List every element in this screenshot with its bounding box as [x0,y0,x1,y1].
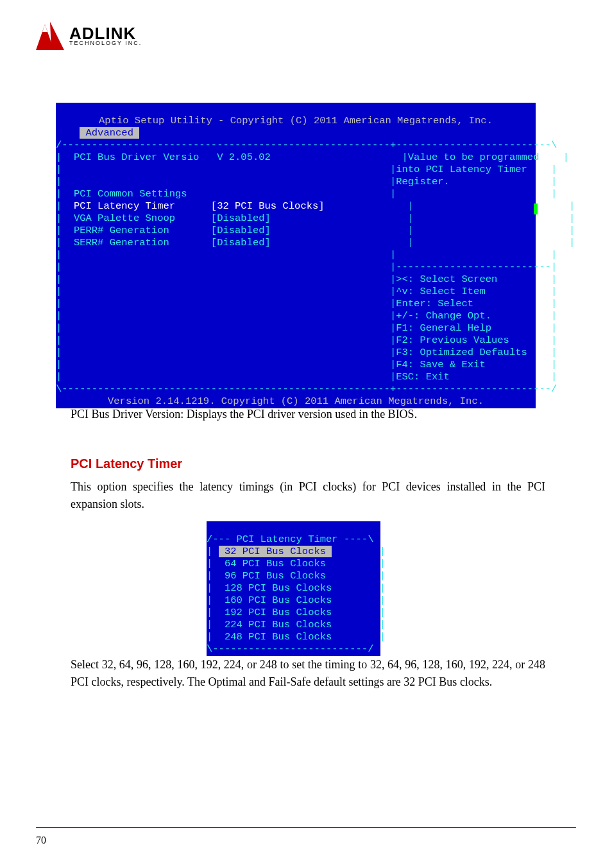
lbl-vga[interactable]: VGA Palette Snoop [74,213,175,224]
page-number: 70 [36,835,46,846]
key-f3: F3: Optimized Defaults [396,347,527,358]
popup-opt-160[interactable]: 160 PCI Bus Clocks [225,595,332,606]
para-latency-desc: This option specifies the latency timing… [71,478,545,513]
popup-bot: -------------------------- [212,643,368,655]
frame-bot: \---------------------------------------… [56,383,557,395]
bios-screenshot-main: Aptio Setup Utility - Copyright (C) 2011… [56,103,536,408]
popup-opt-32[interactable]: 32 PCI Bus Clocks [219,546,332,557]
key-f4: F4: Save & Exit [396,359,486,370]
key-select-screen: ><: Select Screen [396,273,497,285]
val-vga[interactable]: [Disabled] [211,213,271,224]
para-driver-version: PCI Bus Driver Version: Displays the PCI… [71,406,545,423]
lbl-latency[interactable]: PCI Latency Timer [74,200,175,212]
bios-popup-latency-options: /--- PCI Latency Timer ----\ | 32 PCI Bu… [207,521,380,656]
heading-pci-latency: PCI Latency Timer [71,456,182,471]
help-l2: into PCI Latency Timer [396,164,527,175]
key-f2: F2: Previous Values [396,334,509,346]
popup-opt-224[interactable]: 224 PCI Bus Clocks [225,619,332,630]
lbl-section: PCI Common Settings [74,188,187,200]
svg-marker-1 [50,22,64,50]
key-enter: Enter: Select [396,298,473,309]
key-f1: F1: General Help [396,322,491,334]
popup-opt-64[interactable]: 64 PCI Bus Clocks [225,558,326,569]
help-l3: Register. [396,176,450,187]
logo-text: ADLINK TECHNOLOGY INC. [69,25,142,46]
bios-title: Aptio Setup Utility - Copyright (C) 2011… [56,115,536,127]
text-cursor-icon [534,204,538,214]
tab-advanced[interactable]: Advanced [80,127,139,139]
popup-opt-96[interactable]: 96 PCI Bus Clocks [225,570,326,582]
tab-line [56,127,80,139]
val-perr[interactable]: [Disabled] [211,225,271,236]
lbl-perr[interactable]: PERR# Generation [74,225,169,236]
val-serr[interactable]: [Disabled] [211,237,271,248]
logo-text-bot: TECHNOLOGY INC. [69,40,142,46]
frame-top: /---------------------------------------… [56,139,557,151]
para-latency-options: Select 32, 64, 96, 128, 160, 192, 224, o… [71,656,545,691]
key-select-item: ^v: Select Item [396,286,486,297]
logo-text-top: ADLINK [69,25,142,42]
popup-opt-128[interactable]: 128 PCI Bus Clocks [225,582,332,594]
logo: ADLINK TECHNOLOGY INC. [35,21,142,50]
val-versio: V 2.05.02 [217,152,271,163]
svg-marker-2 [42,24,47,32]
r: | [56,152,74,163]
logo-mark-icon [35,21,65,50]
footer-rule [36,827,576,828]
val-latency[interactable]: [32 PCI Bus Clocks] [211,200,325,212]
lbl-serr[interactable]: SERR# Generation [74,237,169,248]
key-esc: ESC: Exit [396,371,450,383]
popup-title: --- PCI Latency Timer ---- [212,534,368,545]
popup-opt-192[interactable]: 192 PCI Bus Clocks [225,607,332,618]
key-change: +/-: Change Opt. [396,310,491,322]
lbl-versio: PCI Bus Driver Versio [74,152,199,163]
popup-opt-248[interactable]: 248 PCI Bus Clocks [225,631,332,643]
help-l1: Value to be programmed [408,152,540,163]
